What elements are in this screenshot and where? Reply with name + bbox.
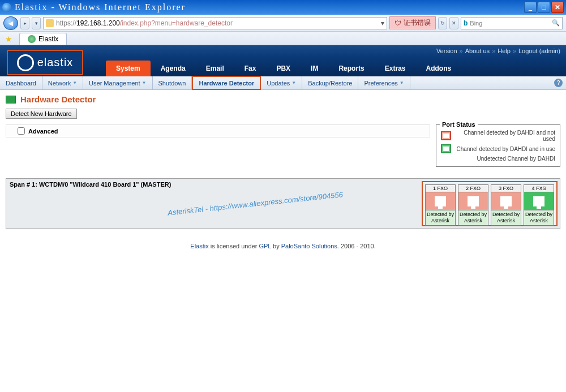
address-dropdown-icon[interactable]: ▾ <box>381 19 384 27</box>
port-card: 1 FXODetected by Asterisk <box>425 184 456 223</box>
advanced-row: Advanced <box>6 124 430 137</box>
menu-item-system[interactable]: System <box>106 61 151 76</box>
menu-item-pbx[interactable]: PBX <box>266 61 301 76</box>
bing-icon: b <box>464 19 468 27</box>
watermark-text: AsteriskTel - https://www.aliexpress.com… <box>168 190 344 217</box>
footer-palosanto-link[interactable]: PaloSanto Solutions <box>281 243 337 249</box>
search-icon[interactable]: 🔍 <box>552 19 560 27</box>
address-bar[interactable]: https:// 192.168.1.200 /index.php?menu=h… <box>43 17 387 29</box>
submenu-item-updates[interactable]: Updates▼ <box>261 76 302 89</box>
port-card: 3 FXODetected by Asterisk <box>491 184 521 223</box>
advanced-label: Advanced <box>28 128 58 135</box>
main-menu: SystemAgendaEmailFaxPBXIMReportsExtrasAd… <box>106 57 461 76</box>
shield-icon: 🛡 <box>395 19 401 27</box>
url-host: 192.168.1.200 <box>76 19 120 27</box>
port-status-text: Detected by Asterisk <box>458 210 488 226</box>
close-button[interactable]: ✕ <box>551 2 564 13</box>
submenu-item-hardware-detector[interactable]: Hardware Detector <box>192 76 261 90</box>
port-icon <box>441 144 451 153</box>
search-provider: Bing <box>470 20 482 27</box>
port-label: 4 FXS <box>524 184 554 192</box>
refresh-button[interactable]: ↻ <box>438 17 447 29</box>
footer: Elastix is licensed under GPL by PaloSan… <box>6 243 560 249</box>
port-icon <box>441 131 451 140</box>
window-title: Elastix - Windows Internet Explorer <box>15 2 524 12</box>
app-header: elastix SystemAgendaEmailFaxPBXIMReports… <box>0 57 566 76</box>
submenu-item-user-management[interactable]: User Management▼ <box>83 76 152 89</box>
submenu-item-dashboard[interactable]: Dashboard <box>0 76 42 89</box>
lock-icon <box>46 19 54 27</box>
port-card: 4 FXSDetected by Asterisk <box>524 184 554 223</box>
port-label: 1 FXO <box>425 184 456 192</box>
back-button[interactable]: ◄ <box>3 16 18 30</box>
sub-menu: DashboardNetwork▼User Management▼Shutdow… <box>0 76 566 90</box>
chevron-down-icon: ▼ <box>291 80 296 85</box>
tab-favicon <box>28 35 36 43</box>
submenu-item-shutdown[interactable]: Shutdown <box>153 76 192 89</box>
chevron-down-icon: ▼ <box>72 80 77 85</box>
certificate-error[interactable]: 🛡 证书错误 <box>389 16 436 29</box>
port-status-row: Undetected Channel by DAHDI <box>441 156 555 162</box>
port-jack-icon <box>491 192 521 210</box>
menu-item-fax[interactable]: Fax <box>234 61 267 76</box>
port-status-title: Port Status <box>440 121 478 128</box>
link-help[interactable]: Help <box>498 48 511 54</box>
port-jack-icon <box>425 192 456 210</box>
window-titlebar: Elastix - Windows Internet Explorer _ □ … <box>0 0 566 15</box>
page-title: Hardware Detector <box>20 94 96 104</box>
url-path: /index.php?menu=hardware_detector <box>120 19 233 27</box>
menu-item-addons[interactable]: Addons <box>416 61 462 76</box>
menu-item-extras[interactable]: Extras <box>375 61 416 76</box>
menu-item-reports[interactable]: Reports <box>328 61 374 76</box>
ports-box: 1 FXODetected by Asterisk2 FXODetected b… <box>422 181 558 226</box>
port-status-text: Detected by Asterisk <box>524 210 554 226</box>
port-status-text: Detected by Asterisk <box>425 210 456 226</box>
link-logout[interactable]: Logout (admin) <box>518 48 560 54</box>
submenu-item-preferences[interactable]: Preferences▼ <box>358 76 410 89</box>
favorites-button[interactable]: ★ <box>2 33 15 45</box>
elastix-logo[interactable]: elastix <box>7 50 83 75</box>
url-protocol: https:// <box>56 19 76 27</box>
port-status-legend: Port Status Channel detected by DAHDI an… <box>436 124 560 167</box>
port-card: 2 FXODetected by Asterisk <box>458 184 488 223</box>
maximize-button[interactable]: □ <box>538 2 550 13</box>
port-label: 3 FXO <box>491 184 521 192</box>
hardware-icon <box>6 96 16 104</box>
tab-label: Elastix <box>38 35 58 43</box>
minimize-button[interactable]: _ <box>524 2 537 13</box>
submenu-item-network[interactable]: Network▼ <box>42 76 83 89</box>
port-status-row: Channel detected by DAHDI and not used <box>441 130 555 142</box>
port-jack-icon <box>458 192 488 210</box>
span-panel: Span # 1: WCTDM/0 "Wildcard 410 Board 1"… <box>6 178 560 229</box>
page-content: Hardware Detector Detect New Hardware Ad… <box>0 90 566 254</box>
browser-tab[interactable]: Elastix <box>19 33 67 45</box>
link-about[interactable]: About us <box>465 48 490 54</box>
footer-gpl-link[interactable]: GPL <box>259 243 271 249</box>
menu-item-agenda[interactable]: Agenda <box>151 61 196 76</box>
menu-item-im[interactable]: IM <box>301 61 328 76</box>
browser-toolbar: ◄ ▸ ▾ https:// 192.168.1.200 /index.php?… <box>0 15 566 32</box>
advanced-checkbox[interactable] <box>18 127 25 135</box>
footer-elastix-link[interactable]: Elastix <box>190 243 208 249</box>
search-box[interactable]: b Bing 🔍 <box>461 17 563 29</box>
port-label: 2 FXO <box>458 184 488 192</box>
detect-hardware-button[interactable]: Detect New Hardware <box>6 109 77 119</box>
stop-button[interactable]: ✕ <box>449 17 458 29</box>
submenu-item-backup-restore[interactable]: Backup/Restore <box>302 76 358 89</box>
port-status-text: Detected by Asterisk <box>491 210 521 226</box>
help-icon[interactable]: ? <box>554 79 563 87</box>
forward-button[interactable]: ▸ <box>20 17 29 29</box>
chevron-down-icon: ▼ <box>142 80 147 85</box>
chevron-down-icon: ▼ <box>400 80 404 85</box>
history-dropdown[interactable]: ▾ <box>32 17 41 29</box>
port-jack-icon <box>524 192 554 210</box>
app-top-links: Version» About us» Help» Logout (admin) <box>0 45 566 57</box>
menu-item-email[interactable]: Email <box>196 61 234 76</box>
port-status-row: Channel detected by DAHDI and in use <box>441 144 555 153</box>
ie-icon <box>2 3 11 12</box>
link-version[interactable]: Version <box>436 48 457 54</box>
browser-tab-strip: ★ Elastix <box>0 32 566 45</box>
